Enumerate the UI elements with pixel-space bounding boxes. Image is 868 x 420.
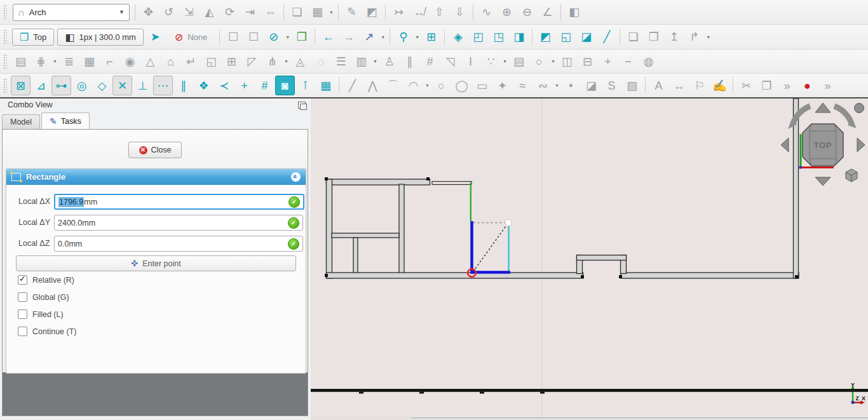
bezier-tools-caret-icon[interactable]: ▾ <box>553 83 560 88</box>
draft-mirror-button[interactable]: ◭ <box>200 3 219 22</box>
arc-tools-caret-icon[interactable]: ▾ <box>424 83 431 88</box>
draft-wire-to-bspline-button[interactable]: ∿ <box>477 3 496 22</box>
zoom-caret-icon[interactable]: ▾ <box>414 34 421 40</box>
draft-point-button[interactable]: • <box>561 76 581 95</box>
relative-checkbox[interactable]: ✓ <box>18 275 27 285</box>
arch-rebar-button[interactable]: ≣ <box>59 51 79 71</box>
relative-checkbox-row[interactable]: ✓ Relative (R) <box>18 275 74 285</box>
wall-interior-vertical[interactable] <box>399 184 404 273</box>
navcube-rotate-cw[interactable] <box>834 106 852 125</box>
zoom-tools-button[interactable]: ⚲ <box>393 27 413 47</box>
close-task-button[interactable]: ✕ Close <box>128 142 182 158</box>
draft-array-tools-button[interactable]: ▦ <box>308 3 327 22</box>
view-rear-button[interactable]: ◩ <box>536 27 555 47</box>
draft-shape-2d-view-button[interactable]: ◧ <box>564 3 584 22</box>
top-view-button[interactable]: ❒Top <box>12 29 54 46</box>
snap-perpendicular-button[interactable]: ⊥ <box>133 76 153 95</box>
macro-record-button[interactable]: ● <box>797 76 817 95</box>
snap-midpoint-button[interactable]: ⊶ <box>51 76 71 95</box>
draft-ellipse-button[interactable]: ◯ <box>452 76 471 95</box>
wall-top-left[interactable] <box>327 179 430 185</box>
draft-add-point-button[interactable]: ⊕ <box>497 3 517 22</box>
toolbar-overflow-2-button[interactable]: » <box>818 76 837 95</box>
continue-checkbox-row[interactable]: ✓ Continue (T) <box>18 327 76 336</box>
toolbar-drag-handle[interactable] <box>3 78 7 93</box>
arch-profile-button[interactable]: ∥ <box>400 51 419 71</box>
open-folder-button[interactable]: ❐ <box>644 27 663 47</box>
arch-project-button[interactable]: ◉ <box>120 51 140 71</box>
snap-dimensions-button[interactable]: ⊺ <box>295 76 315 95</box>
3d-viewport[interactable]: Y X Z TOP <box>311 98 868 417</box>
navcube-arrow-right[interactable] <box>857 138 865 152</box>
local-dx-input[interactable]: 1796.9 mm ✓ <box>54 194 304 210</box>
draft-upgrade-button[interactable]: ⇧ <box>430 3 449 22</box>
filled-checkbox-row[interactable]: ✓ Filled (L) <box>18 309 64 319</box>
material-caret-icon[interactable]: ▾ <box>501 58 508 64</box>
wall-top-right-thin[interactable] <box>432 182 471 185</box>
draft-stretch-button[interactable]: ⇔ <box>261 3 280 22</box>
tab-tasks[interactable]: ✎ Tasks <box>41 112 90 129</box>
navcube-arrow-down[interactable] <box>815 177 831 186</box>
arch-schedule-button[interactable]: ▤ <box>509 51 529 71</box>
draft-shapestring-button[interactable]: S <box>602 76 621 95</box>
snap-parallel-button[interactable]: ∥ <box>173 76 193 95</box>
linked-object-caret-icon[interactable]: ▾ <box>379 34 386 40</box>
snap-near-button[interactable]: ≺ <box>214 76 234 95</box>
copy-button[interactable]: ❐ <box>757 76 776 95</box>
share-caret-icon[interactable]: ▾ <box>705 34 712 40</box>
draft-split-button[interactable]: ↮ <box>409 3 429 22</box>
wall-interior-small[interactable] <box>353 238 358 273</box>
apply-current-style-button[interactable]: ➤ <box>146 27 165 47</box>
go-to-selection-button[interactable]: ❒ <box>292 27 311 47</box>
rectangle-task-header[interactable]: Rectangle « <box>6 169 306 185</box>
collapse-section-icon[interactable]: « <box>291 172 301 182</box>
panel-caret-icon[interactable]: ▾ <box>372 58 379 64</box>
pipe-caret-icon[interactable]: ▾ <box>550 58 557 64</box>
view-right-button[interactable]: ◨ <box>509 27 529 47</box>
wall-plan[interactable] <box>327 98 799 278</box>
draft-dimension-button[interactable]: ↔ <box>669 76 689 95</box>
wall-bottom-b[interactable] <box>621 273 799 278</box>
local-dy-input[interactable]: 2400.0 mm ✓ <box>54 215 303 231</box>
niche-top[interactable] <box>577 255 627 261</box>
arch-structure-button[interactable]: ⋕ <box>31 51 51 71</box>
arch-wall-button[interactable]: ▤ <box>11 51 31 71</box>
arch-add-component-button[interactable]: + <box>598 51 618 71</box>
axis-caret-icon[interactable]: ▾ <box>283 58 290 64</box>
line-style-button[interactable]: ◧1px | 300.0 mm <box>57 29 144 46</box>
draft-text-button[interactable]: A <box>649 76 668 95</box>
arch-beam-button[interactable]: I <box>461 51 480 71</box>
snap-working-plane-button[interactable]: ◙ <box>275 76 295 95</box>
arch-truss-button[interactable]: ◹ <box>440 51 460 71</box>
draft-remove-point-button[interactable]: ⊖ <box>517 3 537 22</box>
draft-rectangle-button[interactable]: ▭ <box>472 76 492 95</box>
annotation-styles-button[interactable]: ✍ <box>710 76 729 95</box>
share-button[interactable]: ↱ <box>684 27 704 47</box>
view-front-button[interactable]: ◰ <box>468 27 488 47</box>
wall-left[interactable] <box>327 179 332 278</box>
nav-back-button[interactable]: ← <box>318 27 338 47</box>
toolbar-drag-handle[interactable] <box>3 54 7 69</box>
draft-join-button[interactable]: ↣ <box>389 3 409 22</box>
snap-angle-button[interactable]: ◇ <box>92 76 112 95</box>
snap-extension-button[interactable]: ⋯ <box>153 76 173 95</box>
arch-stairs-button[interactable]: ☰ <box>331 51 351 71</box>
draft-downgrade-button[interactable]: ⇩ <box>450 3 470 22</box>
block-notifications-caret-icon[interactable]: ▾ <box>284 34 291 40</box>
draft-move-button[interactable]: ✥ <box>139 3 158 22</box>
snap-special-button[interactable]: ❖ <box>194 76 214 95</box>
array-tools-caret-icon[interactable]: ▾ <box>328 10 335 15</box>
cut-button[interactable]: ✂ <box>736 76 756 95</box>
block-notifications-button[interactable]: ⊘ <box>264 27 283 47</box>
draft-subelement-highlight-button[interactable]: ◩ <box>362 3 382 22</box>
draft-offset-button[interactable]: ⟳ <box>220 3 240 22</box>
view-bottom-button[interactable]: ◱ <box>556 27 576 47</box>
wall-interior-horizontal[interactable] <box>332 233 399 238</box>
global-checkbox[interactable]: ✓ <box>18 292 27 302</box>
arch-panel-button[interactable]: ▥ <box>351 51 371 71</box>
arch-level-button[interactable]: ↵ <box>181 51 201 71</box>
arch-roof-button[interactable]: ◸ <box>242 51 262 71</box>
toolbar-drag-handle[interactable] <box>3 4 7 20</box>
arch-material-tools-button[interactable]: ∵ <box>481 51 501 71</box>
draft-edit-button[interactable]: ✎ <box>342 3 362 22</box>
